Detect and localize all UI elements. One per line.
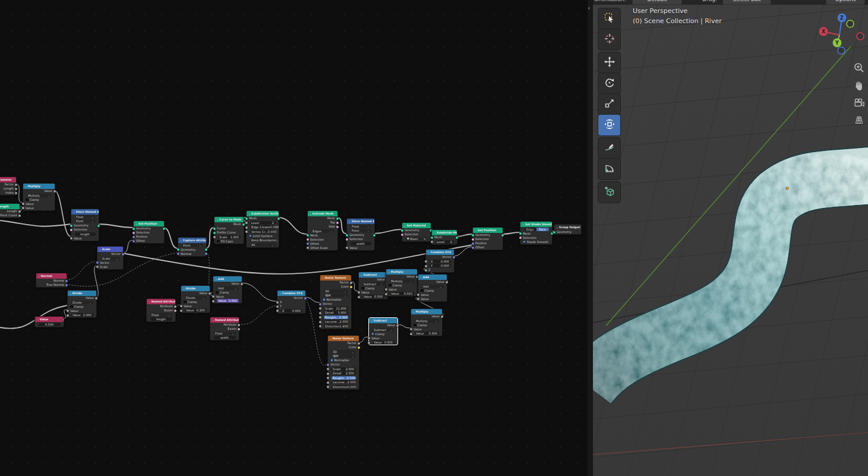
node-multiply-2[interactable]: ⌄MultiplyValueMultiply⌄ClampValueValue0.… [386,269,418,297]
gray-socket[interactable] [327,368,329,370]
transform-orientation-dropdown[interactable]: Default [632,0,682,5]
tool-measure[interactable] [598,159,620,179]
node-header[interactable]: ⌄Noise Texture [320,275,351,280]
gray-socket[interactable] [276,310,279,312]
gray-socket[interactable] [18,215,21,217]
gray-socket[interactable] [425,260,427,263]
node-collapse-icon[interactable]: ⌄ [180,239,182,242]
node-collapse-icon[interactable]: ⌄ [212,319,214,321]
value-field[interactable]: Value2.000 [71,313,93,317]
value-field[interactable]: length [75,232,96,236]
node-header[interactable]: ⌄Set Position [473,228,503,233]
node-group-output[interactable]: ⌄Group OutputGeometry [554,224,582,235]
pink-socket[interactable] [519,237,522,239]
checkbox[interactable] [216,291,219,294]
node-header[interactable]: ⌄Store Named Att... [347,219,374,224]
gray-socket[interactable] [18,210,21,213]
gray-socket[interactable] [276,305,279,308]
gray-socket[interactable] [425,265,427,267]
gray-socket[interactable] [319,325,321,327]
gray-socket[interactable] [276,301,279,304]
dropdown-add[interactable]: Add⌄ [217,286,239,290]
green-socket[interactable] [213,232,216,234]
viewport-control-toggle-projection[interactable] [852,114,866,128]
node-header[interactable]: ⌄Combine XYZ [426,250,454,255]
node-collapse-icon[interactable]: ⌄ [349,220,351,223]
value-field[interactable]: Value0.300 [415,332,439,335]
gray-socket[interactable] [417,298,419,300]
value-field[interactable]: Value0.500 [362,295,384,298]
node-collapse-icon[interactable]: ⌄ [428,251,430,254]
node-header[interactable]: ⌄Multiply [386,269,417,275]
node-collapse-icon[interactable]: ⌄ [73,210,75,213]
purple-socket[interactable] [122,253,124,256]
node-collapse-icon[interactable]: ⌄ [38,275,40,278]
value-field[interactable]: Distortion0.000 [332,385,356,389]
dropdown-multiply[interactable]: Multiply⌄ [27,194,52,197]
gray-socket[interactable] [385,293,387,295]
gray-socket[interactable] [431,241,433,243]
node-named-attribute-1[interactable]: ⌄Named AttributeAttributeExistsFloat⌄len… [146,298,176,322]
green-socket[interactable] [97,225,100,227]
pink-socket[interactable] [401,234,403,236]
gray-socket[interactable] [180,305,182,307]
value-field[interactable]: Value0.200 [185,308,207,312]
value-field[interactable]: width [351,242,371,245]
purple-socket[interactable] [319,303,321,305]
pink-socket[interactable] [307,238,309,241]
value-field[interactable]: Lacunar...2.000 [324,320,348,323]
material-selector[interactable]: River✕ [406,237,428,241]
yellow-socket[interactable] [350,286,352,288]
node-header[interactable]: ⌄Multiply [23,184,55,189]
gizmo-axis-negative[interactable] [838,47,845,54]
tool-scale[interactable] [598,94,620,115]
checkbox[interactable]: ✓ [249,235,252,238]
green-socket[interactable] [277,217,280,220]
value-field[interactable]: Vertex Cr...0.000 [250,230,276,234]
checkbox[interactable] [389,284,392,287]
gray-socket[interactable] [410,333,412,335]
gray-socket[interactable] [368,342,370,344]
dropdown-3d[interactable]: 3D⌄ [324,289,348,293]
node-multiply-1[interactable]: ⌄MultiplyValueMultiply⌄ClampValueValue [23,183,55,211]
viewport-control-zoom[interactable] [852,62,866,75]
dropdown-subtract[interactable]: Subtract⌄ [373,328,394,332]
node-collapse-icon[interactable]: ⌄ [37,318,39,321]
viewport-3d[interactable]: Orientation: Default Drag: Select Box Op… [593,0,868,476]
node-scale-vector[interactable]: ⌄ScaleVectorScale⌄VectorScale [97,246,124,270]
value-field[interactable]: Value0.500 [373,341,394,344]
checkbox[interactable] [26,198,29,201]
node-collapse-icon[interactable]: ⌄ [183,287,185,290]
checkbox[interactable]: ✓ [323,298,326,301]
node-header[interactable]: ⌄Add [213,276,242,282]
checkbox[interactable]: ✓ [523,241,526,244]
value-field[interactable]: Scale2.000 [332,367,356,371]
pink-socket[interactable] [336,226,339,228]
node-header[interactable]: ⌄Named Attribute [210,317,239,323]
tool-annotate[interactable] [598,138,620,159]
dropdown-edges[interactable]: Edges⌄ [311,229,334,233]
node-header[interactable]: ⌄Subdivide Mesh [432,230,457,235]
green-socket[interactable] [472,234,474,237]
gray-socket[interactable] [327,373,329,375]
node-header[interactable]: ⌄Subtract [359,272,387,278]
gray-socket[interactable] [417,294,419,296]
value-field[interactable]: Detail2.500 [332,371,356,375]
node-add-1[interactable]: ⌄AddValueAdd⌄ClampValueValue0.500 [213,276,242,304]
node-store-named-attribute-1[interactable]: ⌄Store Named Att...Float⌄Point⌄GeometryS… [71,209,99,241]
node-collapse-icon[interactable]: ⌄ [310,212,312,215]
gray-socket[interactable] [446,281,448,283]
dropdown-multiply[interactable]: Multiply⌄ [390,279,414,283]
node-header[interactable]: ⌄Capture Attribute [178,238,206,243]
dropdown-scale[interactable]: Scale⌄ [101,257,120,260]
region-divider[interactable]: ‹ [588,0,593,476]
node-collapse-icon[interactable]: ⌄ [70,292,72,295]
gray-socket[interactable] [410,328,412,330]
gray-socket[interactable] [350,282,352,284]
gray-socket[interactable] [15,188,17,190]
node-capture-attribute[interactable]: ⌄Capture AttributePoint⌄GeometryNormal [178,237,207,257]
node-collapse-icon[interactable]: ⌄ [149,300,151,303]
node-header[interactable]: ⌄Multiply [411,309,442,314]
gray-socket[interactable] [15,184,17,186]
node-combine-xyz-1[interactable]: ⌄Combine XYZVectorX0.000Y0.000Z [425,249,454,273]
